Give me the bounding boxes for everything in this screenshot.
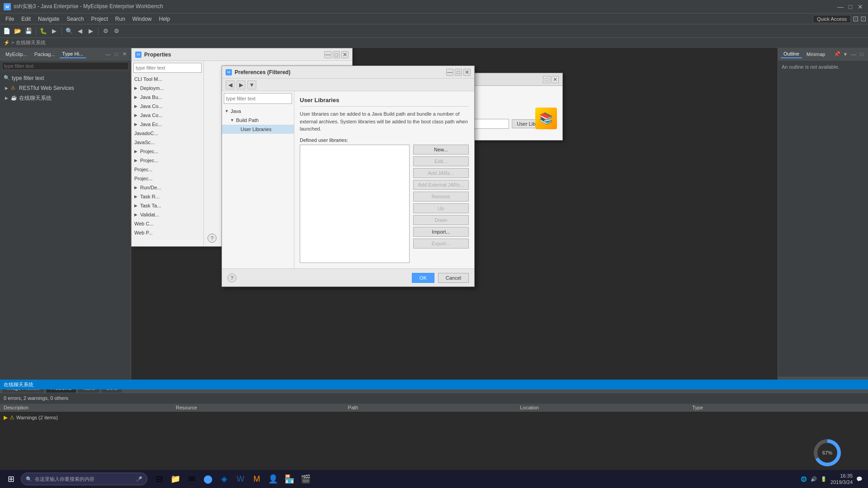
props-item-deploy[interactable]: ▶Deploym...: [132, 84, 203, 93]
btn-export[interactable]: Export...: [413, 239, 469, 249]
quick-access-button[interactable]: Quick Access: [813, 15, 851, 23]
app-mail[interactable]: ✉: [184, 472, 199, 486]
props-item-valid[interactable]: ▶Validat...: [132, 210, 203, 219]
tab-typehierarchy[interactable]: Type Hi...: [60, 50, 86, 58]
minimize-left[interactable]: —: [104, 51, 112, 58]
toolbar-save[interactable]: 💾: [24, 26, 33, 36]
outline-maximize[interactable]: □: [858, 51, 865, 58]
network-icon[interactable]: 🌐: [801, 476, 807, 482]
prefs-nav-forward[interactable]: ▶: [236, 80, 245, 89]
app-edge[interactable]: ◈: [217, 472, 231, 486]
left-filter-input[interactable]: [2, 62, 129, 70]
tree-item-chat[interactable]: ▶ ☕ 在线聊天系统: [0, 93, 131, 103]
tree-item-restful[interactable]: ▶ ⚠ RESTful Web Services: [0, 83, 131, 93]
minimize-button[interactable]: —: [836, 3, 844, 11]
menu-file[interactable]: File: [2, 15, 18, 23]
props-item-proj4[interactable]: Projec...: [132, 174, 203, 183]
prefs-tree-java[interactable]: ▼ Java: [222, 107, 294, 116]
app-user[interactable]: 👤: [266, 472, 280, 486]
prefs-nav-back[interactable]: ◀: [226, 80, 235, 89]
prefs-tree-userlibs[interactable]: User Libraries: [222, 125, 294, 134]
prefs-tree-buildpath[interactable]: ▼ Build Path: [222, 116, 294, 125]
outline-menu[interactable]: ▼: [842, 51, 849, 58]
menu-navigate[interactable]: Navigate: [34, 15, 63, 23]
prefs-nav-down[interactable]: ▼: [247, 80, 256, 89]
start-button[interactable]: ⊞: [2, 472, 20, 486]
prefs-ok-btn[interactable]: OK: [412, 273, 434, 283]
btn-add-jars[interactable]: Add JARs...: [413, 168, 469, 178]
toolbar-run[interactable]: ▶: [49, 26, 59, 36]
toolbar-extra-2[interactable]: ⚙: [112, 26, 122, 36]
app-media[interactable]: 🎬: [298, 472, 313, 486]
menu-window[interactable]: Window: [129, 15, 156, 23]
props-item-javadoc[interactable]: JavadoC...: [132, 129, 203, 138]
btn-up[interactable]: Up: [413, 203, 469, 213]
props-item-taskr[interactable]: ▶Task R...: [132, 192, 203, 201]
tree-item-filter[interactable]: 🔍 type filter text: [0, 73, 131, 83]
outline-pin[interactable]: 📌: [834, 51, 841, 58]
app-myeclipse[interactable]: M: [250, 472, 264, 486]
props-item-cli[interactable]: CLI Tool M...: [132, 75, 203, 84]
battery-icon[interactable]: 🔋: [821, 476, 827, 482]
prefs-cancel-btn[interactable]: Cancel: [438, 273, 469, 283]
close-left[interactable]: ✕: [121, 51, 128, 58]
taskbar-search[interactable]: 🔍 在这里输入你要搜索的内容 🎤: [21, 473, 147, 485]
props-item-taskt[interactable]: ▶Task Ta...: [132, 201, 203, 210]
close-button[interactable]: ✕: [856, 3, 864, 11]
props-item-runde[interactable]: ▶Run/De...: [132, 183, 203, 192]
maximize-button[interactable]: □: [846, 3, 854, 11]
props-item-webp[interactable]: Web P...: [132, 228, 203, 237]
outline-minimize[interactable]: —: [850, 51, 857, 58]
toolbar-debug[interactable]: 🐛: [38, 26, 48, 36]
props-item-webc[interactable]: Web C...: [132, 219, 203, 228]
props-item-proj3[interactable]: Projec...: [132, 165, 203, 174]
prefs-filter-input[interactable]: [224, 93, 292, 104]
tab-package[interactable]: Packag...: [32, 51, 58, 58]
prefs-help-btn[interactable]: ?: [227, 273, 236, 282]
toolbar-open[interactable]: 📂: [13, 26, 23, 36]
btn-edit[interactable]: Edit...: [413, 156, 469, 166]
toolbar-icon-2[interactable]: ⊡: [860, 14, 866, 23]
menu-search[interactable]: Search: [63, 15, 87, 23]
sound-icon[interactable]: 🔊: [811, 476, 817, 482]
app-chrome[interactable]: ⬤: [201, 472, 215, 486]
props-close[interactable]: ✕: [341, 51, 349, 58]
tab-outline[interactable]: Outline: [781, 50, 802, 58]
toolbar-forward[interactable]: ▶: [86, 26, 96, 36]
tab-minimap[interactable]: Minimap: [804, 51, 828, 58]
props-item-javacode2[interactable]: ▶Java Co...: [132, 111, 203, 120]
props-item-javascript[interactable]: JavaSc...: [132, 138, 203, 147]
menu-run[interactable]: Run: [112, 15, 129, 23]
app-word[interactable]: W: [233, 472, 248, 486]
properties-help-btn[interactable]: ?: [208, 234, 217, 243]
btn-remove[interactable]: Remove: [413, 192, 469, 202]
app-taskview[interactable]: ⊟: [152, 472, 166, 486]
toolbar-icon-1[interactable]: ⊡: [853, 14, 859, 23]
properties-filter-input[interactable]: [133, 63, 202, 73]
add-lib-maximize[interactable]: □: [543, 76, 550, 83]
props-item-javaec[interactable]: ▶Java Ec...: [132, 120, 203, 129]
btn-down[interactable]: Down: [413, 215, 469, 225]
prefs-minimize[interactable]: —: [446, 69, 453, 76]
btn-add-external-jars[interactable]: Add External JARs...: [413, 180, 469, 190]
props-item-proj2[interactable]: ▶Projec...: [132, 156, 203, 165]
add-lib-close[interactable]: ✕: [552, 76, 559, 83]
toolbar-search[interactable]: 🔍: [64, 26, 74, 36]
action-center-icon[interactable]: 💬: [856, 476, 863, 482]
props-item-javabuild[interactable]: ▶Java Bu...: [132, 93, 203, 102]
tab-myeclipse[interactable]: MyEclip...: [3, 51, 30, 58]
btn-new[interactable]: New...: [413, 145, 469, 155]
toolbar-extra-1[interactable]: ⚙: [101, 26, 111, 36]
toolbar-back[interactable]: ◀: [75, 26, 85, 36]
prefs-close[interactable]: ✕: [463, 69, 471, 76]
props-item-javacode[interactable]: ▶Java Co...: [132, 102, 203, 111]
props-maximize[interactable]: □: [333, 51, 340, 58]
app-store[interactable]: 🏪: [282, 472, 297, 486]
menu-help[interactable]: Help: [156, 15, 174, 23]
props-item-proj1[interactable]: ▶Projec...: [132, 147, 203, 156]
maximize-left[interactable]: □: [113, 51, 120, 58]
prefs-lib-list[interactable]: [300, 145, 410, 263]
btn-import[interactable]: Import...: [413, 227, 469, 237]
menu-edit[interactable]: Edit: [18, 15, 34, 23]
app-explorer[interactable]: 📁: [168, 472, 183, 486]
